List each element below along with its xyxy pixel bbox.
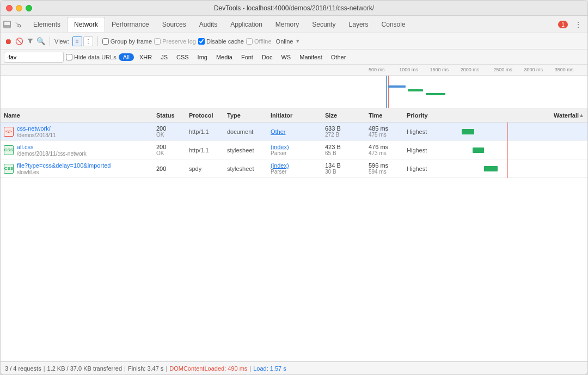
tab-memory[interactable]: Memory [269, 17, 305, 32]
dock-icon[interactable] [3, 20, 11, 29]
row-2-name: CSS all.css /demos/2018/11/css-network [4, 144, 156, 157]
header-size[interactable]: Size [325, 112, 369, 119]
hide-data-urls-checkbox[interactable]: Hide data URLs [66, 54, 117, 60]
header-initiator[interactable]: Initiator [271, 112, 325, 119]
table-header: Name Status Protocol Type Initiator Size… [1, 108, 587, 122]
view-toggle: ≡ ⋮ [72, 36, 93, 46]
tick-2000ms: 2000 ms [461, 67, 480, 72]
online-label: Online [276, 38, 293, 45]
filter-type-xhr[interactable]: XHR [136, 53, 155, 62]
filter-type-media[interactable]: Media [213, 53, 236, 62]
row-2-type: stylesheet [227, 147, 271, 153]
grid-view-button[interactable]: ⋮ [83, 36, 93, 46]
filter-input[interactable] [7, 54, 61, 60]
tick-3000ms: 3000 ms [524, 67, 543, 72]
offline-checkbox[interactable]: Offline [246, 38, 272, 45]
error-badge: 1 [558, 21, 568, 28]
tab-elements[interactable]: Elements [27, 17, 67, 32]
preserve-log-checkbox[interactable]: Preserve log [154, 38, 196, 45]
row-3-type: stylesheet [227, 165, 271, 172]
row-3-icon: CSS [4, 164, 14, 174]
row-3-time: 596 ms 594 ms [369, 162, 407, 175]
row-2-icon: CSS [4, 145, 14, 155]
header-type[interactable]: Type [227, 112, 271, 119]
row-1-protocol: http/1.1 [189, 128, 227, 135]
tick-1000ms: 1000 ms [399, 67, 418, 72]
maximize-button[interactable] [26, 5, 32, 11]
row-2-protocol: http/1.1 [189, 147, 227, 153]
tick-3500ms: 3500 ms [555, 67, 574, 72]
status-load[interactable]: Load: 1.57 s [253, 365, 286, 372]
row-3-protocol: spdy [189, 165, 227, 172]
list-view-button[interactable]: ≡ [72, 36, 82, 46]
row-2-priority: Highest [407, 147, 445, 153]
row-1-waterfall-bar [462, 129, 474, 134]
tab-application[interactable]: Application [224, 17, 269, 32]
filter-type-font[interactable]: Font [238, 53, 256, 62]
row-1-initiator: Other [271, 128, 325, 135]
clear-button[interactable]: 🚫 [15, 37, 23, 46]
row-3-waterfall [445, 159, 584, 178]
filter-type-css[interactable]: CSS [173, 53, 192, 62]
row-2-waterfall-bar [473, 147, 483, 153]
status-transfer: 1.2 KB / 37.0 KB transferred [47, 365, 122, 372]
svg-rect-1 [4, 25, 10, 28]
row-2-red-line [507, 141, 508, 159]
inspect-icon[interactable] [14, 20, 22, 29]
chart-bar-2 [408, 89, 423, 91]
row-3-status: 200 [156, 165, 189, 172]
header-status[interactable]: Status [156, 112, 189, 119]
chart-line-red [388, 76, 389, 108]
table-row[interactable]: CSS all.css /demos/2018/11/css-network 2… [1, 141, 587, 159]
header-waterfall[interactable]: Waterfall ▲ [445, 112, 584, 119]
view-label: View: [54, 38, 69, 45]
close-button[interactable] [6, 5, 13, 11]
filter-type-js[interactable]: JS [157, 53, 171, 62]
row-1-red-line [507, 122, 508, 141]
search-icon[interactable]: 🔍 [36, 37, 45, 46]
row-1-waterfall [445, 122, 584, 141]
row-2-waterfall [445, 141, 584, 159]
group-by-frame-checkbox[interactable]: Group by frame [102, 38, 152, 45]
header-protocol[interactable]: Protocol [189, 112, 227, 119]
tab-audits[interactable]: Audits [193, 17, 224, 32]
status-domcontentloaded: DOMContentLoaded: 490 ms [169, 365, 247, 372]
minimize-button[interactable] [16, 5, 22, 11]
filter-type-manifest[interactable]: Manifest [296, 53, 326, 62]
header-time[interactable]: Time [369, 112, 407, 119]
disable-cache-checkbox[interactable]: Disable cache [198, 38, 244, 45]
tab-network[interactable]: Network [67, 17, 105, 32]
filter-type-doc[interactable]: Doc [259, 53, 276, 62]
filter-type-all[interactable]: All [119, 53, 134, 61]
filter-type-img[interactable]: Img [194, 53, 211, 62]
filter-type-ws[interactable]: WS [278, 53, 294, 62]
tab-console[interactable]: Console [375, 17, 412, 32]
online-dropdown-icon[interactable]: ▾ [296, 38, 299, 45]
sort-arrow-icon: ▲ [579, 112, 584, 118]
tab-sources[interactable]: Sources [156, 17, 193, 32]
row-2-size: 423 B 65 B [325, 144, 369, 156]
tab-layers[interactable]: Layers [342, 17, 375, 32]
row-1-name: </> css-network/ /demos/2018/11 [4, 125, 156, 138]
header-priority[interactable]: Priority [407, 112, 445, 119]
row-1-time: 485 ms 475 ms [369, 125, 407, 138]
filter-type-other[interactable]: Other [328, 53, 350, 62]
filter-icon[interactable] [26, 37, 34, 46]
table-row[interactable]: CSS file?type=css&delay=100&imported slo… [1, 159, 587, 178]
header-name[interactable]: Name [4, 112, 156, 119]
more-options-icon[interactable]: ⋮ [571, 20, 585, 29]
separator-2 [97, 36, 98, 46]
table-body: </> css-network/ /demos/2018/11 200 OK h… [1, 122, 587, 361]
status-bar: 3 / 4 requests | 1.2 KB / 37.0 KB transf… [1, 361, 587, 374]
timeline-header: 500 ms 1000 ms 1500 ms 2000 ms 2500 ms 3… [1, 65, 587, 76]
row-3-name: CSS file?type=css&delay=100&imported slo… [4, 162, 156, 175]
record-button[interactable]: ⏺ [4, 37, 13, 46]
tick-2500ms: 2500 ms [493, 67, 512, 72]
row-2-initiator: (index) Parser [271, 144, 325, 156]
row-1-status: 200 OK [156, 125, 189, 138]
table-row[interactable]: </> css-network/ /demos/2018/11 200 OK h… [1, 122, 587, 141]
row-1-icon: </> [4, 127, 14, 137]
tab-security[interactable]: Security [305, 17, 342, 32]
tab-performance[interactable]: Performance [105, 17, 156, 32]
chart-bar-3 [426, 93, 445, 95]
